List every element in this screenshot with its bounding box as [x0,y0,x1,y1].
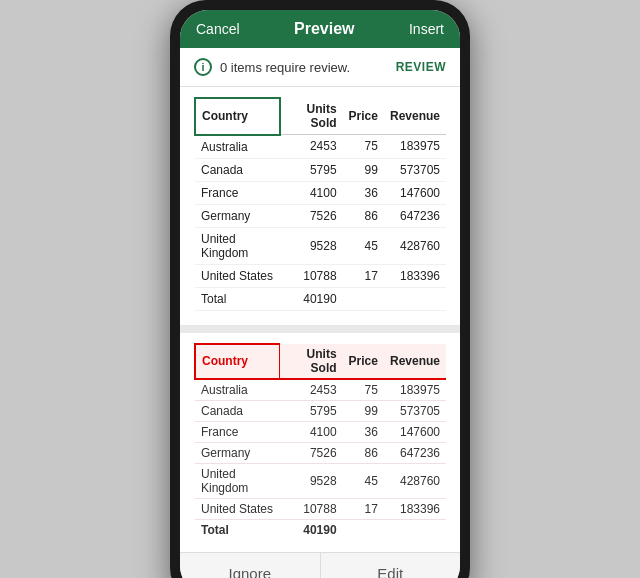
preview-cell-2-0: France [195,181,280,204]
bottom-cell-5-2: 17 [343,498,384,519]
preview-col-units: Units Sold [280,98,343,135]
top-bar: Cancel Preview Insert [180,10,460,48]
bottom-table-row: United Kingdom952845428760 [195,463,446,498]
preview-cell-1-0: Canada [195,158,280,181]
phone-screen: Cancel Preview Insert i 0 items require … [180,10,460,578]
bottom-col-country: Country [195,344,280,379]
preview-cell-5-2: 17 [343,264,384,287]
bottom-cell-6-1: 40190 [280,519,343,540]
ignore-button[interactable]: Ignore [180,553,320,579]
preview-cell-4-3: 428760 [384,227,446,264]
bottom-cell-0-2: 75 [343,379,384,401]
bottom-cell-0-3: 183975 [384,379,446,401]
preview-cell-4-0: United Kingdom [195,227,280,264]
bottom-cell-3-3: 647236 [384,442,446,463]
bottom-table-row: Australia245375183975 [195,379,446,401]
preview-table-row: Australia245375183975 [195,135,446,159]
preview-cell-5-3: 183396 [384,264,446,287]
preview-cell-2-3: 147600 [384,181,446,204]
preview-cell-6-2 [343,287,384,310]
bottom-section: Country Units Sold Price Revenue Austral… [180,333,460,552]
preview-table-row: Canada579599573705 [195,158,446,181]
bottom-cell-0-1: 2453 [280,379,343,401]
preview-cell-1-2: 99 [343,158,384,181]
review-message: 0 items require review. [220,60,350,75]
preview-cell-5-1: 10788 [280,264,343,287]
bottom-cell-1-2: 99 [343,400,384,421]
cancel-button[interactable]: Cancel [196,21,240,37]
bottom-cell-5-3: 183396 [384,498,446,519]
preview-section: Country Units Sold Price Revenue Austral… [180,87,460,325]
bottom-col-revenue: Revenue [384,344,446,379]
preview-cell-6-1: 40190 [280,287,343,310]
preview-header-row: Country Units Sold Price Revenue [195,98,446,135]
preview-cell-1-3: 573705 [384,158,446,181]
bottom-cell-3-2: 86 [343,442,384,463]
bottom-table-row: Canada579599573705 [195,400,446,421]
review-button[interactable]: REVIEW [396,60,446,74]
bottom-cell-1-1: 5795 [280,400,343,421]
preview-cell-3-0: Germany [195,204,280,227]
preview-cell-4-1: 9528 [280,227,343,264]
preview-table-row: France410036147600 [195,181,446,204]
bottom-cell-6-2 [343,519,384,540]
bottom-cell-2-3: 147600 [384,421,446,442]
preview-cell-0-3: 183975 [384,135,446,159]
bottom-table-row: Germany752686647236 [195,442,446,463]
bottom-cell-4-3: 428760 [384,463,446,498]
preview-cell-2-2: 36 [343,181,384,204]
bottom-table-row: United States1078817183396 [195,498,446,519]
action-bar: Ignore Edit [180,552,460,579]
preview-table-row: Total40190 [195,287,446,310]
bottom-cell-4-0: United Kingdom [195,463,280,498]
preview-cell-0-1: 2453 [280,135,343,159]
preview-cell-0-2: 75 [343,135,384,159]
bottom-cell-4-2: 45 [343,463,384,498]
bottom-cell-4-1: 9528 [280,463,343,498]
review-bar: i 0 items require review. REVIEW [180,48,460,87]
preview-col-revenue: Revenue [384,98,446,135]
bottom-table-row: Total40190 [195,519,446,540]
bottom-table-row: France410036147600 [195,421,446,442]
preview-cell-5-0: United States [195,264,280,287]
bottom-col-price: Price [343,344,384,379]
preview-table-row: United States1078817183396 [195,264,446,287]
preview-cell-3-2: 86 [343,204,384,227]
bottom-cell-3-0: Germany [195,442,280,463]
preview-cell-1-1: 5795 [280,158,343,181]
preview-cell-6-0: Total [195,287,280,310]
preview-title: Preview [294,20,354,38]
phone-frame: Cancel Preview Insert i 0 items require … [170,0,470,578]
preview-table: Country Units Sold Price Revenue Austral… [194,97,446,311]
bottom-cell-1-0: Canada [195,400,280,421]
bottom-header-row: Country Units Sold Price Revenue [195,344,446,379]
bottom-table: Country Units Sold Price Revenue Austral… [194,343,446,540]
preview-table-row: Germany752686647236 [195,204,446,227]
bottom-cell-2-0: France [195,421,280,442]
preview-cell-4-2: 45 [343,227,384,264]
preview-col-country: Country [195,98,280,135]
bottom-cell-1-3: 573705 [384,400,446,421]
preview-col-price: Price [343,98,384,135]
preview-cell-3-3: 647236 [384,204,446,227]
review-info: i 0 items require review. [194,58,350,76]
preview-cell-6-3 [384,287,446,310]
preview-table-row: United Kingdom952845428760 [195,227,446,264]
bottom-cell-6-3 [384,519,446,540]
insert-button[interactable]: Insert [409,21,444,37]
info-icon: i [194,58,212,76]
preview-cell-2-1: 4100 [280,181,343,204]
bottom-cell-0-0: Australia [195,379,280,401]
bottom-cell-5-1: 10788 [280,498,343,519]
bottom-cell-2-2: 36 [343,421,384,442]
bottom-cell-3-1: 7526 [280,442,343,463]
bottom-cell-2-1: 4100 [280,421,343,442]
preview-cell-0-0: Australia [195,135,280,159]
bottom-cell-6-0: Total [195,519,280,540]
bottom-cell-5-0: United States [195,498,280,519]
section-divider [180,325,460,333]
edit-button[interactable]: Edit [320,553,461,579]
bottom-col-units: Units Sold [280,344,343,379]
preview-cell-3-1: 7526 [280,204,343,227]
